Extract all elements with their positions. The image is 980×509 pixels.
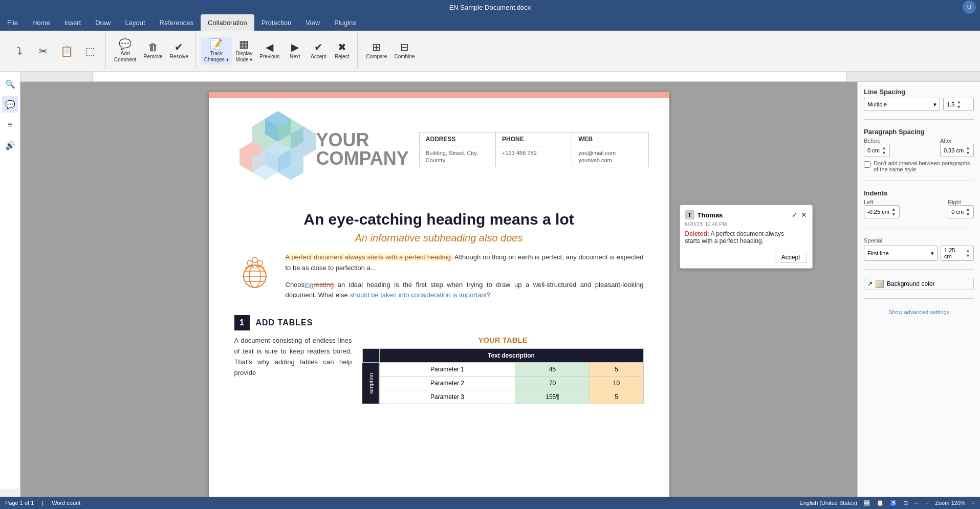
bg-color-button[interactable]: ↗ Background color [864, 278, 974, 290]
after-up[interactable]: ▲ [966, 145, 970, 150]
special-option: First line [867, 250, 889, 256]
zoom-in-icon[interactable]: + [972, 500, 975, 506]
menu-collaboration[interactable]: Collaboration [201, 14, 254, 31]
add-comment-label: AddComment [114, 51, 136, 63]
before-up[interactable]: ▲ [882, 145, 886, 150]
sidebar-format-icon[interactable]: ≡ [2, 117, 18, 133]
combine-button[interactable]: ⊟ Combine [391, 40, 418, 62]
zoom-out-icon[interactable]: − [926, 500, 929, 506]
table-header-text-desc: Text description [379, 349, 643, 363]
globe-icon-container [234, 252, 275, 293]
company-labels-row: ADDRESS PHONE WEB [420, 132, 648, 146]
link-text[interactable]: should be taken into consideration is im… [350, 291, 487, 299]
show-advanced-settings[interactable]: Show advanced settings [864, 309, 974, 315]
line-spacing-select[interactable]: Multiple ▾ [864, 98, 940, 111]
copy-button[interactable]: 📋 [55, 44, 78, 58]
add-comment-icon: 💬 [119, 39, 132, 49]
menu-insert[interactable]: Insert [57, 14, 89, 31]
line-spacing-down[interactable]: ▼ [956, 104, 961, 109]
document-page: YOURCOMPANY ADDRESS PHONE WEB Building, … [209, 92, 669, 497]
right-indent-group: Right 0 cm ▲ ▼ [948, 199, 974, 218]
left-down[interactable]: ▼ [891, 212, 896, 217]
comment-actions: ✓ ✕ [792, 211, 807, 219]
resolve-button[interactable]: ✔ Resolve [167, 40, 191, 62]
add-comment-button[interactable]: 💬 AddComment [111, 37, 139, 65]
track-changes-label: TrackChanges ▾ [204, 51, 229, 63]
bg-color-section: ↗ Background color [864, 278, 974, 290]
menu-draw[interactable]: Draw [88, 14, 118, 31]
track-changes-button[interactable]: 📝 TrackChanges ▾ [201, 37, 232, 65]
accept-ribbon-button[interactable]: ✔ Accept [307, 40, 330, 62]
line-spacing-value[interactable]: 1.5 ▲ ▼ [943, 98, 974, 111]
reject-icon: ✖ [338, 42, 346, 52]
sidebar-speaker-icon[interactable]: 🔊 [2, 137, 18, 153]
comment-accept-button[interactable]: Accept [775, 252, 807, 263]
cut-button[interactable]: ✂ [32, 44, 54, 58]
param-2-label: Parameter 2 [379, 377, 515, 390]
comment-date: 6/20/23, 12:46 PM [685, 222, 807, 227]
language-label[interactable]: English (United States) [799, 500, 857, 506]
menu-file[interactable]: File [0, 14, 25, 31]
before-input[interactable]: 0 cm ▲ ▼ [864, 144, 890, 157]
paragraph-spacing-title: Paragraph Spacing [864, 128, 974, 136]
right-input[interactable]: 0 cm ▲ ▼ [948, 205, 974, 218]
left-input[interactable]: -0.25 cm ▲ ▼ [864, 205, 900, 218]
track-buttons: 📝 TrackChanges ▾ ▦ DisplayMode ▾ ◀ Previ… [201, 37, 354, 65]
before-down[interactable]: ▼ [882, 150, 886, 156]
bg-color-label: Background color [887, 280, 934, 287]
reject-button[interactable]: ✖ Reject [331, 40, 353, 62]
display-mode-button[interactable]: ▦ DisplayMode ▾ [233, 37, 256, 65]
menu-protection[interactable]: Protection [254, 14, 299, 31]
special-up[interactable]: ▲ [966, 248, 970, 253]
svg-point-15 [252, 257, 257, 262]
previous-button[interactable]: ◀ Previous [256, 40, 282, 62]
section-1-text-col: A document consisting of endless lines o… [234, 336, 352, 404]
fit-width-icon[interactable]: ↔ [914, 500, 920, 506]
phone-label: PHONE [496, 132, 572, 146]
special-value-input[interactable]: 1.25 cm ▲ ▼ [941, 246, 974, 261]
param-label-cell: scription [362, 363, 379, 404]
line-spacing-up[interactable]: ▲ [956, 99, 961, 104]
sidebar-find-icon[interactable]: 🔍 [2, 82, 18, 92]
right-down[interactable]: ▼ [966, 212, 970, 217]
menu-layout[interactable]: Layout [118, 14, 153, 31]
special-select[interactable]: First line ▾ [864, 246, 938, 261]
sidebar-comment-icon[interactable]: 💬 [2, 96, 18, 113]
special-down[interactable]: ▼ [966, 253, 970, 258]
after-down[interactable]: ▼ [966, 150, 970, 156]
menu-references[interactable]: References [153, 14, 201, 31]
status-bar: Page 1 of 1 | Word count English (United… [0, 497, 980, 509]
special-section: Special First line ▾ 1.25 cm ▲ ▼ [864, 237, 974, 261]
compare-button[interactable]: ⊞ Compare [363, 40, 390, 62]
next-label: Next [290, 54, 300, 60]
web-value: you@mail.comyourweb.com [572, 146, 648, 167]
right-steppers: ▲ ▼ [966, 207, 970, 217]
track-status-icon: 📋 [877, 500, 884, 506]
divider-2 [864, 181, 974, 181]
param-3-val1: 155¶ [515, 390, 590, 404]
comment-close-icon[interactable]: ✕ [801, 211, 807, 219]
word-count[interactable]: Word count [52, 500, 80, 506]
clipboard-buttons: ⤵ ✂ 📋 ⬚ [8, 44, 101, 58]
left-up[interactable]: ▲ [891, 207, 896, 212]
next-button[interactable]: ▶ Next [284, 40, 306, 62]
comment-check-icon[interactable]: ✓ [792, 211, 798, 219]
compare-buttons: ⊞ Compare ⊟ Combine [363, 40, 418, 62]
divider-5 [864, 298, 974, 299]
menu-plugins[interactable]: Plugins [327, 14, 363, 31]
phone-value: +123 456 789 [496, 146, 572, 167]
paste-icon: ⬚ [85, 46, 95, 56]
save-button[interactable]: ⤵ [8, 44, 31, 58]
right-up[interactable]: ▲ [966, 207, 970, 212]
zoom-level[interactable]: Zoom 120% [935, 500, 965, 506]
main-heading: An eye-catching heading means a lot [234, 211, 644, 228]
phone-text: +123 456 789 [502, 150, 537, 156]
menu-view[interactable]: View [298, 14, 327, 31]
after-input[interactable]: 0.33 cm ▲ ▼ [940, 144, 974, 157]
address-value: Building, Street, City,Country [420, 146, 496, 167]
paste-format-button[interactable]: ⬚ [79, 44, 101, 58]
remove-button[interactable]: 🗑 Remove [140, 40, 165, 62]
menu-home[interactable]: Home [25, 14, 57, 31]
fit-page-icon[interactable]: ⊡ [903, 500, 908, 506]
dont-add-interval-checkbox[interactable] [864, 161, 870, 168]
